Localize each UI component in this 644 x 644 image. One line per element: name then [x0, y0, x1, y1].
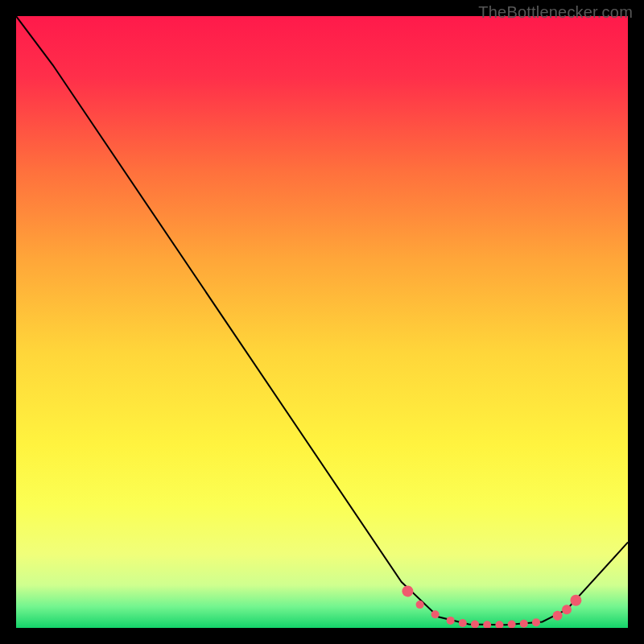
marker-dot [553, 611, 563, 621]
marker-dot [532, 618, 540, 626]
marker-dot [459, 619, 467, 627]
marker-dot [431, 610, 440, 618]
chart-stage: TheBottlenecker.com [0, 0, 644, 644]
marker-dot [562, 605, 572, 614]
marker-dot [508, 620, 516, 628]
marker-dot [402, 585, 413, 597]
marker-dot [447, 617, 455, 625]
marker-dot [520, 620, 528, 628]
marker-dot [471, 620, 479, 628]
marker-dot [570, 595, 581, 606]
watermark-text: TheBottlenecker.com [478, 3, 633, 22]
chart-svg [16, 16, 628, 628]
plot-area [16, 16, 628, 628]
marker-dot [416, 601, 424, 609]
gradient-background [16, 16, 628, 628]
